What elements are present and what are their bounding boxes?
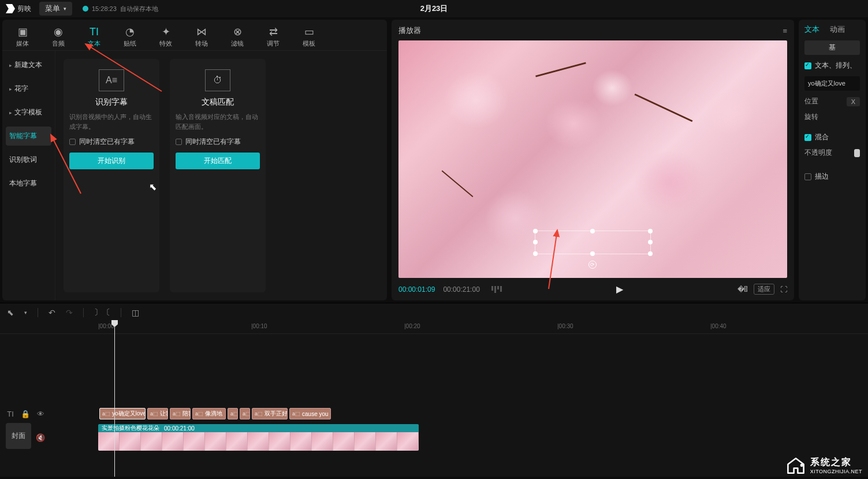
sub-tab-basic[interactable]: 基: [804, 40, 860, 55]
tool-dropdown-icon[interactable]: ▾: [24, 310, 27, 315]
side-item-文字模板[interactable]: ▸文字模板: [6, 103, 51, 122]
side-item-label: 新建文本: [14, 60, 42, 70]
video-clip[interactable]: 实景拍摄粉色樱花花朵 00:00:21:00: [98, 424, 419, 451]
tab-animation[interactable]: 动画: [830, 24, 845, 35]
side-item-智能字幕[interactable]: 智能字幕: [6, 127, 51, 146]
menu-button[interactable]: 菜单 ▾: [39, 2, 72, 16]
fullscreen-icon[interactable]: ⛶: [780, 285, 787, 294]
subtitle-clip[interactable]: a⬚陪我: [170, 408, 191, 419]
tool-tab-icon: ⋈: [195, 25, 208, 38]
side-item-新建文本[interactable]: ▸新建文本: [6, 55, 51, 75]
caret-icon: ▸: [9, 110, 12, 116]
tool-tab-文本[interactable]: TI文本: [80, 24, 109, 49]
preview-menu-icon[interactable]: ≡: [783, 27, 787, 35]
eye-icon[interactable]: 👁: [36, 410, 45, 418]
video-clip-duration: 00:00:21:00: [164, 425, 195, 432]
subtitle-clip[interactable]: a⬚双手正好: [252, 408, 288, 419]
tool-tab-label: 媒体: [16, 39, 29, 48]
tool-tab-特效[interactable]: ✦特效: [151, 24, 180, 49]
preview-viewport[interactable]: ⟳: [398, 40, 787, 278]
tool-tab-转场[interactable]: ⋈转场: [187, 24, 216, 49]
subtitle-clip[interactable]: a⬚yo确定又love: [99, 408, 146, 419]
ruler-tick: |00:10: [251, 323, 267, 329]
logo-icon: [6, 4, 15, 13]
subtitle-track-head: TI 🔒 👁: [0, 404, 66, 423]
redo-button[interactable]: ↷: [66, 308, 73, 317]
subtitle-icon: a⬚: [150, 411, 158, 417]
playhead[interactable]: [114, 321, 115, 477]
tool-tab-贴纸[interactable]: ◔贴纸: [116, 24, 144, 49]
subtitle-clip[interactable]: a⬚I: [240, 408, 250, 419]
lock-icon[interactable]: 🔒: [21, 410, 30, 418]
position-x-field[interactable]: X: [847, 97, 860, 106]
subtitle-track[interactable]: a⬚yo确定又lovea⬚让我a⬚陪我a⬚像滴地a⬚Ia⬚Ia⬚双手正好a⬚ca…: [66, 404, 868, 423]
video-thumbnails: [98, 432, 419, 451]
tool-tab-label: 贴纸: [124, 39, 136, 48]
side-item-本地字幕[interactable]: 本地字幕: [6, 174, 51, 193]
subtitle-icon: a⬚: [243, 411, 250, 417]
checkbox-text-layout[interactable]: [804, 62, 811, 69]
text-selection-box[interactable]: ⟳: [535, 231, 651, 254]
subtitle-clip[interactable]: a⬚I: [228, 408, 238, 419]
tool-tab-音频[interactable]: ◉音频: [44, 24, 73, 49]
subtitle-clip[interactable]: a⬚让我: [147, 408, 168, 419]
label-opacity: 不透明度: [804, 148, 832, 158]
card-title: 文稿匹配: [176, 97, 260, 107]
resize-handle[interactable]: [590, 229, 595, 233]
label-stroke: 描边: [815, 172, 829, 181]
crop-tool-icon[interactable]: ◫: [132, 308, 139, 317]
properties-panel: 文本 动画 基 文本、排列、 yo确定又love 位置 X 旋转 混合 不透明度…: [799, 20, 866, 300]
tool-tab-调节[interactable]: ⇄调节: [259, 24, 288, 49]
preview-title: 播放器: [398, 25, 421, 36]
card-action-button[interactable]: 开始识别: [69, 153, 154, 169]
pointer-tool-icon[interactable]: ⬉: [7, 308, 14, 317]
split-tool-icon[interactable]: 〕〔: [94, 307, 110, 318]
subtitle-text: 让我: [160, 410, 168, 418]
time-ruler[interactable]: |00:00|00:10|00:20|00:30|00:40: [0, 321, 868, 334]
side-item-花字[interactable]: ▸花字: [6, 79, 51, 98]
side-item-识别歌词[interactable]: 识别歌词: [6, 150, 51, 169]
card-icon: A≡: [99, 69, 124, 91]
ruler-tick: |00:20: [404, 323, 420, 329]
video-track[interactable]: 实景拍摄粉色樱花花朵 00:00:21:00: [66, 423, 868, 452]
mute-icon[interactable]: 🔇: [36, 433, 45, 442]
card-checkbox[interactable]: [69, 139, 76, 145]
text-content-input[interactable]: yo确定又love: [804, 76, 860, 91]
frame-capture-icon[interactable]: �〿: [737, 285, 748, 294]
card-check-label: 同时清空已有字幕: [185, 137, 241, 147]
text-track-icon: TI: [6, 410, 15, 418]
subtitle-icon: a⬚: [230, 411, 238, 417]
text-category-list: ▸新建文本▸花字▸文字模板智能字幕识别歌词本地字幕: [2, 51, 55, 300]
audio-level-icon: [491, 286, 502, 293]
tool-tab-媒体[interactable]: ▣媒体: [8, 24, 37, 49]
side-item-label: 花字: [14, 84, 28, 94]
card-action-button[interactable]: 开始匹配: [176, 153, 260, 169]
resize-handle[interactable]: [533, 229, 538, 233]
subtitle-clip[interactable]: a⬚cause you c: [289, 408, 331, 419]
checkbox-stroke[interactable]: [804, 173, 811, 180]
tool-tab-模板[interactable]: ▭模板: [295, 24, 323, 49]
play-button[interactable]: ▶: [616, 284, 623, 295]
undo-button[interactable]: ↶: [49, 308, 55, 317]
total-duration: 00:00:21:00: [443, 285, 479, 294]
resize-handle[interactable]: [533, 240, 538, 244]
checkbox-blend[interactable]: [804, 134, 811, 141]
label-blend: 混合: [815, 132, 829, 142]
card-checkbox[interactable]: [176, 139, 182, 145]
opacity-slider[interactable]: [854, 149, 860, 157]
tab-text[interactable]: 文本: [804, 24, 819, 35]
assets-panel: ▣媒体◉音频TI文本◔贴纸✦特效⋈转场⊗滤镜⇄调节▭模板 ▸新建文本▸花字▸文字…: [2, 20, 387, 300]
cover-button[interactable]: 封面: [6, 423, 31, 449]
resize-handle[interactable]: [533, 251, 538, 256]
card-文稿匹配: ⏱ 文稿匹配 输入音视频对应的文稿，自动匹配画面。 同时清空已有字幕 开始匹配: [170, 59, 266, 292]
card-icon: ⏱: [205, 69, 230, 91]
ruler-tick: |00:40: [710, 323, 727, 329]
subtitle-text: 像滴地: [205, 410, 222, 418]
watermark-url: XITONGZHIJIA.NET: [810, 469, 862, 474]
autosave-status: 15:28:23 自动保存本地: [83, 5, 158, 13]
tool-tab-滤镜[interactable]: ⊗滤镜: [223, 24, 252, 49]
fit-button[interactable]: 适应: [754, 284, 774, 295]
timeline[interactable]: |00:00|00:10|00:20|00:30|00:40 TI 🔒 👁 🔒 …: [0, 321, 868, 477]
card-description: 识别音视频中的人声，自动生成字幕。: [69, 112, 154, 131]
subtitle-clip[interactable]: a⬚像滴地: [192, 408, 226, 419]
